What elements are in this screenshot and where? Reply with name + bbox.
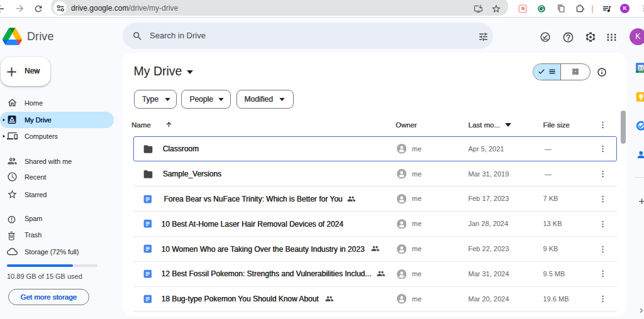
svg-text:31: 31 bbox=[638, 65, 643, 71]
